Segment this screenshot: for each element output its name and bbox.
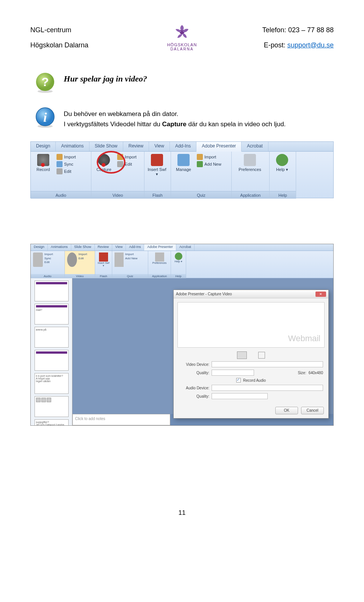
question-icon: ? — [34, 72, 57, 95]
capture-button[interactable]: Capture — [94, 154, 113, 172]
s2-tab-acrobat[interactable]: Acrobat — [176, 244, 195, 251]
tab-slideshow[interactable]: Slide Show — [89, 142, 123, 151]
slide-thumb[interactable]: mail? — [35, 304, 69, 325]
s2-help[interactable]: Help ▾ — [173, 260, 184, 263]
svg-text:i: i — [43, 110, 47, 124]
thumb-text: mail? — [36, 309, 42, 311]
s2-tab-review[interactable]: Review — [95, 244, 113, 251]
s2-preferences[interactable]: Preferences — [151, 262, 168, 264]
tab-acrobat[interactable]: Acrobat — [242, 142, 268, 151]
tab-addins[interactable]: Add-Ins — [170, 142, 196, 151]
info-line2-c: där du kan spela in video och ljud. — [187, 121, 286, 128]
record-audio-checkbox[interactable] — [236, 378, 241, 383]
powerpoint-window: Design Animations Slide Show Review View… — [30, 244, 334, 426]
email-label: E-post: — [264, 41, 287, 49]
thumb-text: A högst upp — [36, 377, 50, 380]
s2-tab-addins[interactable]: Add-Ins — [126, 244, 144, 251]
quality-combo[interactable] — [212, 370, 254, 376]
audio-import-button[interactable]: Import — [56, 154, 76, 160]
group-audio-label: Audio — [31, 191, 91, 199]
manage-quiz-button[interactable]: Manage — [174, 154, 193, 172]
s2-group-flash: Insert Swf ▾Flash — [95, 251, 112, 278]
group-application-label: Application — [232, 191, 269, 199]
s2-audio-label: Audio — [31, 274, 64, 278]
page-number: 11 — [30, 509, 334, 517]
s2-audio-sync[interactable]: Sync — [44, 257, 53, 260]
s2-tab-adobe-presenter[interactable]: Adobe Presenter — [144, 244, 176, 251]
quiz-addnew-button[interactable]: Add New — [197, 161, 221, 167]
sync-icon — [56, 161, 63, 167]
cancel-button[interactable]: Cancel — [301, 407, 324, 414]
tab-view[interactable]: View — [149, 142, 170, 151]
pause-icon[interactable] — [258, 352, 265, 359]
video-device-combo[interactable] — [212, 361, 323, 367]
quiz-import-label: Import — [204, 155, 216, 159]
org-subname: Högskolan Dalarna — [30, 38, 167, 53]
tab-design[interactable]: Design — [31, 142, 56, 151]
s2-tab-design[interactable]: Design — [31, 244, 48, 251]
group-flash-label: Flash — [144, 191, 171, 199]
info-line1: Du behöver en webkamera på din dator. — [64, 109, 334, 119]
tab-review[interactable]: Review — [123, 142, 149, 151]
quiz-import-button[interactable]: Import — [197, 154, 221, 160]
s2-tab-view[interactable]: View — [112, 244, 126, 251]
slide-thumb[interactable] — [35, 350, 69, 371]
ribbon-small: Design Animations Slide Show Review View… — [31, 244, 333, 278]
s2-quiz-label: Quiz — [112, 274, 148, 278]
slide-thumb[interactable]: n e-port som kdahilter?A högst uppIngen … — [35, 373, 69, 394]
video-edit-button[interactable]: Edit — [117, 161, 136, 167]
slide-thumb[interactable] — [35, 396, 69, 417]
ok-button[interactable]: OK — [275, 407, 298, 414]
info-section: i Du behöver en webkamera på din dator. … — [30, 107, 334, 130]
s2-quiz-import[interactable]: Import — [125, 252, 137, 256]
webcam-icon — [98, 154, 110, 166]
slide-thumb[interactable]: suppgifter?Jet och Gatword f andra föran… — [35, 419, 69, 425]
notes-pane[interactable]: Click to add notes — [72, 414, 170, 425]
tab-animations[interactable]: Animations — [56, 142, 89, 151]
s2-audio-edit[interactable]: Edit — [44, 260, 53, 264]
group-help: Help ▾ Help — [270, 152, 296, 199]
slide-thumbnails: mail? anera på n e-port som kdahilter?A … — [31, 278, 72, 425]
audio-edit-button[interactable]: Edit — [56, 168, 76, 174]
record-toggle-icon[interactable] — [237, 351, 247, 359]
audio-device-combo[interactable] — [212, 385, 323, 391]
s2-quiz-addnew[interactable]: Add New — [125, 257, 137, 260]
s2-tab-slideshow[interactable]: Slide Show — [71, 244, 95, 251]
header-right: Telefon: 023 – 77 88 88 E-post: support@… — [197, 23, 334, 53]
slide-thumb[interactable]: anera på — [35, 327, 69, 348]
info-line2-a: I verktygsfältets Videodel hittar du — [64, 121, 162, 128]
preferences-button[interactable]: Preferences — [235, 154, 265, 172]
record-button[interactable]: Record — [34, 154, 53, 172]
group-video: Capture Import Edit Video — [91, 152, 144, 199]
s2-app-label: Application — [148, 274, 171, 278]
s2-tab-animations[interactable]: Animations — [48, 244, 71, 251]
document-header: NGL-centrum Högskolan Dalarna HÖGSKOLAN … — [30, 23, 334, 53]
capture-video-dialog: Adobe Presenter - Capture Video ✕ Video … — [173, 290, 329, 419]
s2-video-import[interactable]: Import — [78, 252, 87, 256]
video-import-button[interactable]: Import — [117, 154, 136, 160]
support-email-link[interactable]: support@du.se — [287, 41, 334, 49]
s2-group-quiz: ImportAdd NewQuiz — [112, 251, 148, 278]
s2-video-edit[interactable]: Edit — [78, 257, 87, 260]
audio-sync-button[interactable]: Sync — [56, 161, 76, 167]
s2-group-video: ImportEditVideo — [65, 251, 95, 278]
audio-quality-combo[interactable] — [212, 393, 268, 399]
close-icon[interactable]: ✕ — [315, 292, 326, 297]
s2-insert-swf[interactable]: Insert Swf ▾ — [97, 262, 110, 267]
insert-swf-label: Insert Swf ▾ — [147, 167, 166, 177]
quiz-import-icon — [197, 154, 203, 160]
capture-dialog-screenshot: Design Animations Slide Show Review View… — [30, 244, 334, 426]
help-button[interactable]: Help ▾ — [273, 154, 292, 172]
slide-thumb[interactable] — [35, 281, 69, 301]
thumb-text: anera på — [36, 328, 47, 331]
insert-swf-button[interactable]: Insert Swf ▾ — [147, 154, 166, 177]
video-import-label: Import — [125, 155, 136, 159]
audio-device-label: Audio Device: — [179, 386, 209, 390]
s2-video-label: Video — [65, 274, 95, 278]
tab-adobe-presenter[interactable]: Adobe Presenter — [196, 142, 242, 152]
folder-import-icon — [117, 154, 123, 160]
logo-text-2: DALARNA — [167, 47, 197, 51]
audio-edit-label: Edit — [64, 169, 71, 174]
s2-audio-import[interactable]: Import — [44, 252, 53, 256]
question-heading: Hur spelar jag in video? — [64, 74, 334, 84]
